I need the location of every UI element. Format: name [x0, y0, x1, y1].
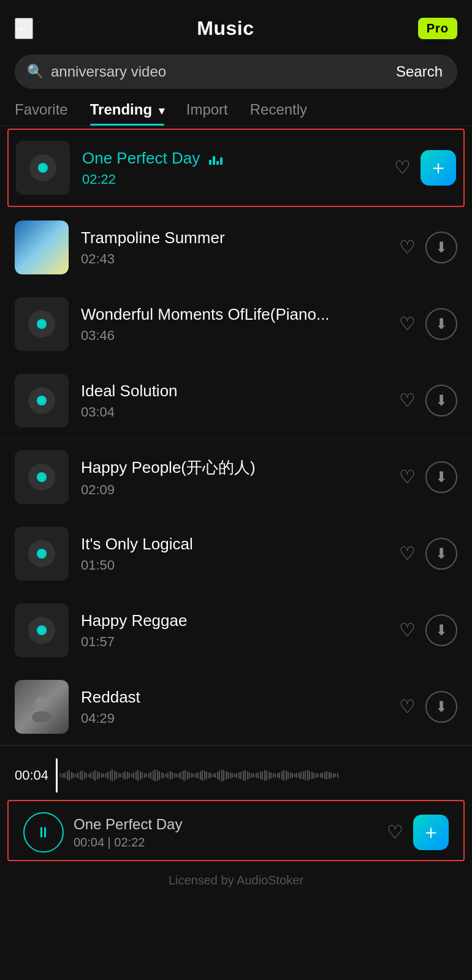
vinyl-thumb [15, 374, 69, 428]
waveform-dot [279, 772, 280, 778]
waveform-dot [86, 773, 87, 778]
waveform-dot [174, 773, 175, 778]
waveform-dot [311, 772, 313, 779]
back-button[interactable]: ← [15, 18, 33, 39]
now-playing-add-button[interactable]: ＋ [413, 815, 449, 850]
waveform-dot [105, 773, 107, 778]
track-item[interactable]: Ideal Solution 03:04 ♡ ⬇ [0, 363, 472, 439]
waveform-dot [251, 773, 253, 778]
waveform-dot [137, 770, 139, 781]
track-actions: ♡ ⬇ [399, 614, 457, 646]
waveform-dot [172, 772, 173, 779]
waveform-dot [153, 771, 154, 780]
track-title: Ideal Solution [81, 382, 399, 401]
favorite-button[interactable]: ♡ [399, 621, 416, 639]
pause-button[interactable]: ⏸ [23, 812, 64, 853]
track-title: It's Only Logical [81, 535, 399, 554]
waveform-bar[interactable] [56, 758, 457, 793]
waveform-dot [236, 773, 237, 778]
waveform-dot [262, 771, 263, 780]
track-item[interactable]: Trampoline Summer 02:43 ♡ ⬇ [0, 209, 472, 286]
favorite-button[interactable]: ♡ [399, 315, 416, 333]
waveform-dot [154, 769, 156, 782]
waveform-dot [144, 773, 145, 778]
waveform-dot [135, 771, 137, 780]
waveform-dot [300, 772, 302, 779]
track-item[interactable]: Happy Reggae 01:57 ♡ ⬇ [0, 592, 472, 669]
waveform-dot [253, 774, 254, 777]
waveform-dot [223, 770, 224, 781]
download-button[interactable]: ⬇ [425, 308, 457, 340]
favorite-button[interactable]: ♡ [399, 468, 416, 486]
search-button[interactable]: Search [394, 63, 445, 80]
tab-import[interactable]: Import [186, 101, 228, 126]
download-button[interactable]: ⬇ [425, 385, 457, 417]
track-info: Happy Reggae 01:57 [81, 611, 399, 650]
waveform-dot [159, 771, 160, 780]
track-thumbnail [15, 297, 69, 351]
download-button[interactable]: ⬇ [425, 691, 457, 723]
track-item[interactable]: One Perfect Day 02:22 ♡ ＋ [7, 129, 465, 207]
waveform-dot [73, 773, 74, 778]
waveform-dot [167, 772, 169, 778]
download-button[interactable]: ⬇ [425, 538, 457, 570]
track-thumbnail [15, 221, 69, 274]
track-info: Reddast 04:29 [81, 688, 399, 726]
waveform-dot [219, 771, 220, 780]
add-button[interactable]: ＋ [421, 150, 456, 186]
favorite-button[interactable]: ♡ [399, 545, 416, 563]
track-duration: 02:43 [81, 251, 399, 267]
waveform-dot [270, 772, 272, 778]
search-input[interactable]: anniversary video [51, 63, 394, 80]
favorite-button[interactable]: ♡ [399, 391, 416, 410]
track-item[interactable]: Wonderful Moments OfLife(Piano... 03:46 … [0, 286, 472, 363]
waveform-dot [170, 771, 171, 780]
beach-thumb [15, 221, 69, 274]
waveform-dot [133, 772, 134, 778]
tab-favorite[interactable]: Favorite [15, 101, 68, 126]
waveform-dot [335, 774, 336, 777]
waveform-dot [64, 772, 66, 778]
track-actions: ♡ ＋ [394, 150, 456, 186]
tab-trending[interactable]: Trending ▾ [90, 101, 164, 126]
waveform-dot [180, 772, 181, 779]
vinyl-thumb [16, 141, 70, 195]
download-button[interactable]: ⬇ [425, 461, 457, 493]
track-duration: 02:09 [81, 482, 399, 498]
waveform-dot [273, 773, 274, 778]
track-info: Wonderful Moments OfLife(Piano... 03:46 [81, 305, 399, 344]
favorite-button[interactable]: ♡ [394, 159, 411, 177]
track-item[interactable]: Happy People(开心的人) 02:09 ♡ ⬇ [0, 439, 472, 516]
waveform-dot [163, 773, 164, 778]
waveform-dot [200, 771, 201, 780]
track-actions: ♡ ⬇ [399, 538, 457, 570]
svg-point-0 [36, 696, 48, 709]
waveform-dot [116, 772, 117, 779]
waveform-dot [84, 772, 85, 779]
waveform-dot [245, 770, 246, 781]
track-title: Wonderful Moments OfLife(Piano... [81, 305, 399, 324]
track-actions: ♡ ⬇ [399, 232, 457, 263]
download-button[interactable]: ⬇ [425, 614, 457, 646]
now-playing-favorite-button[interactable]: ♡ [387, 823, 403, 842]
download-button[interactable]: ⬇ [425, 232, 457, 263]
favorite-button[interactable]: ♡ [399, 698, 416, 716]
waveform-dot [305, 771, 306, 780]
waveform-dot [286, 771, 287, 780]
waveform-dot [324, 772, 325, 779]
waveform-dot [148, 773, 150, 778]
waveform-dot [107, 772, 108, 779]
track-item[interactable]: It's Only Logical 01:50 ♡ ⬇ [0, 516, 472, 592]
track-item[interactable]: Reddast 04:29 ♡ ⬇ [0, 669, 472, 745]
waveform-dot [150, 772, 151, 779]
waveform-dot [260, 772, 261, 779]
favorite-button[interactable]: ♡ [399, 238, 416, 257]
tab-recently[interactable]: Recently [250, 101, 307, 126]
waveform-dot [322, 772, 323, 778]
waveform-dot [187, 771, 188, 780]
waveform-dot [221, 769, 223, 782]
waveform-dot [210, 773, 211, 778]
waveform-dot [176, 774, 177, 777]
waveform-dot [247, 771, 248, 780]
waveform-dot [140, 771, 141, 780]
